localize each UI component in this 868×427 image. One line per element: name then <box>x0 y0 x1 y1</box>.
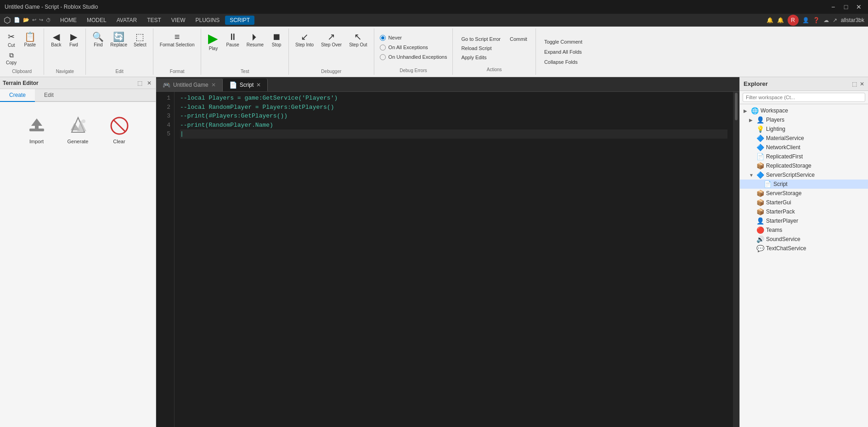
code-area[interactable]: --local Players = game:GetService('Playe… <box>175 92 733 427</box>
copy-button[interactable]: ⧉ Copy <box>4 50 19 67</box>
cut-icon: ✂ <box>8 32 15 42</box>
collapse-folds-button[interactable]: Collapse Folds <box>541 58 585 66</box>
person-icon[interactable]: 👤 <box>802 17 809 23</box>
redo-icon[interactable]: ↪ <box>39 17 43 23</box>
tree-sound-service[interactable]: ▶ 🔊 SoundService <box>740 235 868 244</box>
tree-server-script[interactable]: ▼ 🔷 ServerScriptService <box>740 170 868 180</box>
svg-point-5 <box>82 119 85 123</box>
menu-avatar[interactable]: AVATAR <box>112 16 141 25</box>
notification-icon[interactable]: 🔔 <box>767 17 773 23</box>
terrain-header-icons: ⬚ ✕ <box>136 79 153 87</box>
share-icon[interactable]: ↗ <box>833 17 837 23</box>
tree-text-chat[interactable]: ▶ 💬 TextChatService <box>740 244 868 253</box>
terrain-content: Import Generate <box>0 102 156 427</box>
menu-test[interactable]: TEST <box>142 16 166 25</box>
tree-lighting[interactable]: ▶ 💡 Lighting <box>740 124 868 134</box>
left-panel: Terrain Editor ⬚ ✕ Create Edit Import <box>0 77 156 427</box>
paste-icon: 📋 <box>24 32 36 41</box>
terrain-generate-tool[interactable]: Generate <box>60 111 96 148</box>
find-button[interactable]: 🔍 Find <box>90 30 107 49</box>
select-button[interactable]: ⬚ Select <box>131 30 149 49</box>
all-exceptions-radio[interactable]: On All Exceptions <box>380 45 447 51</box>
pause-button[interactable]: ⏸ Pause <box>223 30 242 49</box>
terrain-close-button[interactable]: ✕ <box>146 79 153 87</box>
tree-starter-pack[interactable]: ▶ 📦 StarterPack <box>740 207 868 216</box>
tree-replicated-first[interactable]: ▶ 📄 ReplicatedFirst <box>740 152 868 161</box>
generate-icon <box>67 115 89 137</box>
never-radio[interactable]: Never <box>380 35 447 41</box>
expand-all-folds-button[interactable]: Expand All Folds <box>541 48 585 56</box>
tab-script[interactable]: 📄 Script ✕ <box>223 79 268 91</box>
unhandled-exceptions-radio[interactable]: On Unhandled Exceptions <box>380 54 447 60</box>
notification2-icon[interactable]: 🔔 <box>777 17 784 23</box>
explorer-search-input[interactable] <box>743 93 865 102</box>
cut-button[interactable]: ✂ Cut <box>4 30 19 49</box>
new-file-icon[interactable]: 📄 <box>14 17 20 23</box>
step-over-button[interactable]: ↗ Step Over <box>318 30 344 49</box>
replace-button[interactable]: 🔄 Replace <box>107 30 130 49</box>
explorer-expand-button[interactable]: ⬚ <box>852 81 857 87</box>
right-panel: Explorer ⬚ ✕ ▶ 🌐 Workspace ▶ 👤 Players ▶ <box>739 77 868 427</box>
minimize-button[interactable]: − <box>829 2 838 11</box>
scrollbar-thumb[interactable] <box>735 93 738 120</box>
text-chat-label: TextChatService <box>766 245 806 252</box>
network-label: NetworkClient <box>766 144 800 151</box>
terrain-clear-tool[interactable]: Clear <box>101 111 138 148</box>
script-item-label: Script <box>773 181 788 187</box>
debugger-label: Debugger <box>321 68 341 75</box>
menu-script[interactable]: SCRIPT <box>225 16 254 25</box>
terrain-tab-create[interactable]: Create <box>0 89 35 102</box>
cloud-icon[interactable]: ☁ <box>823 17 829 23</box>
toggle-comment-button[interactable]: Toggle Comment <box>541 38 585 45</box>
replicated-first-icon: 📄 <box>756 153 764 160</box>
tree-replicated-storage[interactable]: ▶ 📦 ReplicatedStorage <box>740 161 868 170</box>
terrain-expand-button[interactable]: ⬚ <box>136 79 144 87</box>
open-file-icon[interactable]: 📂 <box>23 17 29 23</box>
undo-icon[interactable]: ↩ <box>32 17 36 23</box>
tree-workspace[interactable]: ▶ 🌐 Workspace <box>740 106 868 115</box>
menu-view[interactable]: VIEW <box>167 16 190 25</box>
tree-starter-player[interactable]: ▶ 👤 StarterPlayer <box>740 216 868 225</box>
format-selection-button[interactable]: ≡ Format Selection <box>157 30 197 49</box>
history-icon[interactable]: ⏱ <box>46 17 51 23</box>
fwd-button[interactable]: ▶ Fwd <box>65 30 82 49</box>
terrain-import-tool[interactable]: Import <box>18 111 55 148</box>
resume-button[interactable]: ⏵ Resume <box>244 30 266 49</box>
maximize-button[interactable]: □ <box>841 2 851 11</box>
reload-script-button[interactable]: Reload Script <box>458 45 494 52</box>
stop-button[interactable]: ⏹ Stop <box>268 30 285 49</box>
menu-model[interactable]: MODEL <box>82 16 111 25</box>
tree-network[interactable]: ▶ 🔷 NetworkClient <box>740 143 868 152</box>
terrain-tab-edit[interactable]: Edit <box>35 89 63 102</box>
tree-teams[interactable]: ▶ 🔴 Teams <box>740 225 868 235</box>
lighting-icon: 💡 <box>756 125 764 133</box>
play-button[interactable]: ▶ Play <box>205 30 221 53</box>
explorer-close-button[interactable]: ✕ <box>860 81 864 87</box>
tree-starter-gui[interactable]: ▶ 📦 StarterGui <box>740 198 868 207</box>
commit-button[interactable]: Commit <box>507 35 530 43</box>
paste-button[interactable]: 📋 Paste <box>20 30 40 49</box>
apply-edits-button[interactable]: Apply Edits <box>458 54 489 61</box>
user-avatar[interactable]: R <box>788 15 799 26</box>
material-icon: 🔷 <box>756 135 764 142</box>
menu-plugins[interactable]: PLUGINS <box>191 16 224 25</box>
close-button[interactable]: ✕ <box>854 2 863 11</box>
server-storage-icon: 📦 <box>756 190 764 197</box>
tab-untitled-game[interactable]: 🎮 Untitled Game ✕ <box>156 79 223 91</box>
go-to-script-error-button[interactable]: Go to Script Error <box>458 35 503 43</box>
step-out-button[interactable]: ↖ Step Out <box>346 30 370 49</box>
menu-home[interactable]: HOME <box>56 16 81 25</box>
scrollbar-right[interactable] <box>733 92 739 427</box>
tree-material[interactable]: ▶ 🔷 MaterialService <box>740 134 868 143</box>
script-tab-close[interactable]: ✕ <box>256 82 261 88</box>
tree-players[interactable]: ▶ 👤 Players <box>740 115 868 124</box>
help-icon[interactable]: ❓ <box>813 17 820 23</box>
network-icon: 🔷 <box>756 144 764 151</box>
generate-label: Generate <box>68 139 89 144</box>
back-button[interactable]: ◀ Back <box>48 30 64 49</box>
tree-server-storage[interactable]: ▶ 📦 ServerStorage <box>740 189 868 198</box>
tree-script-item[interactable]: ▶ 📄 Script <box>740 180 868 189</box>
step-into-button[interactable]: ↙ Step Into <box>293 30 316 49</box>
players-icon: 👤 <box>756 116 764 124</box>
untitled-game-tab-close[interactable]: ✕ <box>211 82 216 88</box>
